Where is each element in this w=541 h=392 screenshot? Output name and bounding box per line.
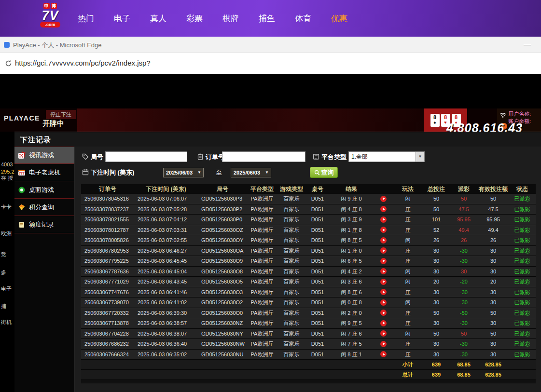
cell-result: 闲 1 庄 8	[329, 225, 374, 235]
cell-bet-time: 2025-06-03 06:39:30	[134, 308, 198, 318]
cell-payout: 49.4	[450, 225, 478, 235]
platform-select[interactable]: 1.全部 ▼	[348, 151, 425, 162]
date-from-select[interactable]: 2025/06/03 ▼	[163, 168, 204, 177]
replay-button[interactable]	[374, 297, 393, 308]
play-icon	[380, 206, 387, 212]
replay-button[interactable]	[374, 267, 393, 277]
cell-round-id: GD051256030O9	[198, 256, 247, 266]
replay-button[interactable]	[374, 287, 393, 297]
background-text: 295.2	[1, 169, 14, 175]
cell-play-method: 庄	[393, 246, 423, 256]
cell-play-method: 庄	[393, 256, 423, 266]
cell-game-type: 百家乐	[277, 339, 306, 349]
cell-play-method: 庄	[393, 308, 423, 318]
date-to-select[interactable]: 2025/06/03 ▼	[231, 168, 271, 177]
cell-table-number: D051	[306, 318, 329, 328]
nav-item-live[interactable]: 真人	[150, 13, 166, 24]
cell-result: 闲 3 庄 9	[329, 215, 374, 225]
cell-table-number: D051	[306, 204, 329, 215]
cell-round-id: GD051256030P0	[198, 215, 247, 225]
menu-item-table-games[interactable]: 桌面游戏	[14, 181, 74, 199]
cell-platform: PA欧洲厅	[247, 215, 277, 225]
menu-item-slots[interactable]: 777 电子老虎机	[14, 164, 74, 181]
cell-platform: PA欧洲厅	[247, 308, 277, 318]
replay-button[interactable]	[374, 308, 393, 318]
cell-round-id: GD051256030OA	[198, 246, 247, 256]
replay-button[interactable]	[374, 204, 393, 215]
background-text: 捕	[1, 303, 14, 310]
cell-bet-time: 2025-06-03 07:03:31	[134, 225, 198, 235]
menu-item-points-query[interactable]: 积分查询	[14, 199, 74, 216]
cell-order-number: 250603067713878	[81, 318, 134, 328]
panel-title: 下注记录	[20, 135, 51, 145]
chevron-down-icon: ▼	[196, 168, 202, 178]
cell-total-bet: 30	[423, 318, 450, 328]
cell-status: 已派彩	[509, 308, 536, 318]
dealing-status-label: 开牌中	[42, 119, 64, 128]
minimize-button[interactable]: —	[524, 40, 531, 48]
menu-item-label: 积分查询	[29, 203, 54, 212]
table-row: 250603067787636 2025-06-03 06:45:04 GD05…	[81, 267, 536, 277]
replay-button[interactable]	[374, 256, 393, 266]
cell-game-type: 百家乐	[277, 277, 306, 287]
table-row: 250603067704228 2025-06-03 06:38:07 GD05…	[81, 329, 536, 339]
nav-item-promotions[interactable]: 优惠	[331, 13, 347, 24]
platform-type-label: 平台类型	[321, 153, 347, 162]
cell-result: 闲 7 庄 5	[329, 339, 374, 349]
cell-status: 已派彩	[509, 235, 536, 245]
replay-button[interactable]	[374, 277, 393, 287]
column-header: 有效投注额	[478, 184, 509, 194]
cell-bet-time: 2025-06-03 06:41:46	[134, 287, 198, 297]
cell-play-method: 庄	[393, 318, 423, 328]
cell-platform: PA欧洲厅	[247, 329, 277, 339]
filters-bar: 局号 订单号 平台类型 1.全部	[75, 147, 541, 184]
nav-item-lottery[interactable]: 彩票	[186, 13, 203, 24]
replay-button[interactable]	[374, 329, 393, 339]
address-bar[interactable]: https://gci.7vvvvvv.com/pc/pcv2/index.js…	[15, 59, 151, 67]
cell-valid-bet: 50	[478, 194, 509, 204]
cell-payout: 26	[450, 235, 478, 245]
logo-text: 7V	[37, 9, 64, 22]
replay-button[interactable]	[374, 194, 393, 204]
menu-item-quota-records[interactable]: 额度记录	[14, 216, 74, 233]
table-row: 250603067802953 2025-06-03 06:46:27 GD05…	[81, 246, 536, 257]
edge-tab-icon	[4, 42, 10, 48]
cell-platform: PA欧洲厅	[247, 235, 277, 245]
replay-button[interactable]	[374, 225, 393, 235]
cell-total-bet: 30	[423, 297, 450, 308]
nav-item-electronic[interactable]: 电子	[114, 13, 130, 24]
cell-table-number: D051	[306, 225, 329, 235]
username-label: 用户名称:	[508, 110, 531, 118]
replay-button[interactable]	[374, 235, 393, 245]
replay-button[interactable]	[374, 246, 393, 256]
cell-play-method: 闲	[393, 267, 423, 277]
cell-table-number: D051	[306, 287, 329, 297]
replay-button[interactable]	[374, 318, 393, 328]
play-icon	[380, 310, 387, 316]
magnifier-icon	[314, 170, 320, 176]
order-input[interactable]	[222, 151, 305, 162]
nav-item-sports[interactable]: 体育	[295, 13, 311, 24]
reload-icon[interactable]	[4, 59, 13, 68]
background-text: 存 授	[1, 175, 14, 182]
site-logo[interactable]: 申 博 7V .com	[37, 3, 64, 27]
menu-item-video-games[interactable]: 视讯游戏	[14, 147, 74, 164]
menu-item-label: 额度记录	[29, 220, 54, 229]
nav-item-chess[interactable]: 棋牌	[222, 13, 239, 24]
replay-button[interactable]	[374, 339, 393, 349]
replay-button[interactable]	[374, 350, 393, 360]
nav-item-fishing[interactable]: 捕鱼	[259, 13, 275, 24]
cell-play-method: 闲	[393, 235, 423, 245]
play-icon	[380, 268, 387, 274]
table-body: 250603078045316 2025-06-03 07:06:07 GD05…	[81, 194, 536, 360]
cell-round-id: GD051256030P2	[198, 204, 247, 215]
cell-payout: -30	[450, 256, 478, 266]
replay-button[interactable]	[374, 215, 393, 225]
cell-valid-bet: 30	[478, 287, 509, 297]
round-input[interactable]	[105, 151, 187, 162]
cell-order-number: 250603067747676	[81, 287, 134, 297]
nav-item-hot[interactable]: 热门	[78, 13, 94, 24]
cell-status: 已派彩	[509, 329, 536, 339]
search-button[interactable]: 查询	[310, 167, 338, 178]
dice-icon	[18, 151, 26, 159]
